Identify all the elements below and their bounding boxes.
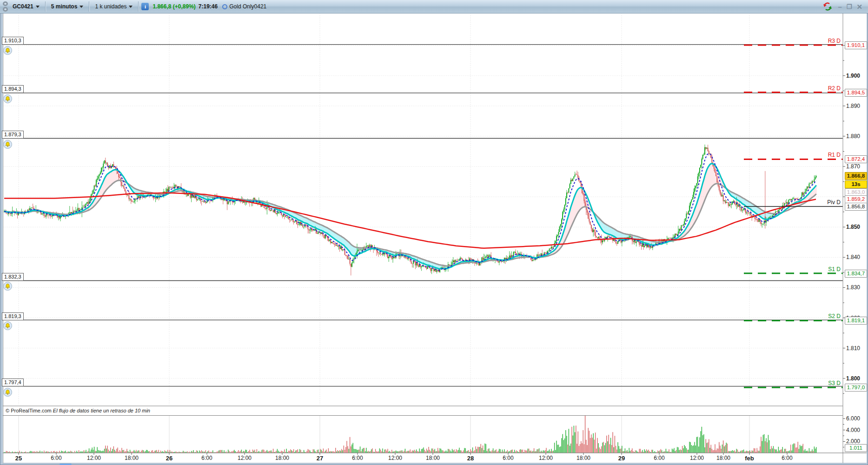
bell-icon[interactable] <box>3 94 12 103</box>
bell-icon[interactable] <box>3 46 12 55</box>
chart-canvas[interactable] <box>0 0 868 465</box>
refresh-icon[interactable] <box>822 2 833 11</box>
clock: 7:19:46 <box>199 3 218 10</box>
bell-icon[interactable] <box>3 388 12 397</box>
alert-price-label[interactable]: 1.910,3 <box>2 37 24 45</box>
timeframe-dropdown[interactable]: 5 minutos <box>48 1 86 12</box>
timeframe-label: 5 minutos <box>51 3 78 10</box>
close-button[interactable]: ✕ <box>856 3 862 10</box>
toolbar-separator <box>138 1 139 12</box>
last-price-change: 1.866,8 (+0,89%) <box>152 3 195 10</box>
account-label: Gold Only0421 <box>229 3 266 10</box>
toolbar-separator <box>45 1 46 12</box>
bell-icon[interactable] <box>3 321 12 330</box>
window-grip-icon[interactable] <box>3 1 8 12</box>
instrument-dropdown[interactable]: GC0421 <box>10 1 42 12</box>
alert-price-label[interactable]: 1.819,3 <box>2 312 24 320</box>
toolbar-separator <box>89 1 89 12</box>
units-label: 1 k unidades <box>95 3 126 10</box>
prorealtime-chart-window: 1.910,31.894,31.879,31.832,31.819,31.797… <box>0 0 868 465</box>
restore-button[interactable]: ❐ <box>847 4 852 10</box>
chevron-down-icon <box>129 6 133 8</box>
alert-price-label[interactable]: 1.894,3 <box>2 85 24 93</box>
alert-price-label[interactable]: 1.832,3 <box>2 273 24 281</box>
units-dropdown[interactable]: 1 k unidades <box>92 1 135 12</box>
chevron-down-icon <box>36 6 40 8</box>
chevron-down-icon <box>80 6 83 8</box>
alert-price-label[interactable]: 1.797,4 <box>2 379 24 386</box>
minimize-button[interactable]: – <box>838 3 841 10</box>
titlebar: GC0421 5 minutos 1 k unidades i 1.866,8 … <box>0 0 868 13</box>
alert-price-label[interactable]: 1.879,3 <box>2 131 24 139</box>
instrument-label: GC0421 <box>13 3 33 10</box>
account-status-icon <box>222 4 227 9</box>
bell-icon[interactable] <box>3 140 12 149</box>
info-icon[interactable]: i <box>141 3 149 10</box>
